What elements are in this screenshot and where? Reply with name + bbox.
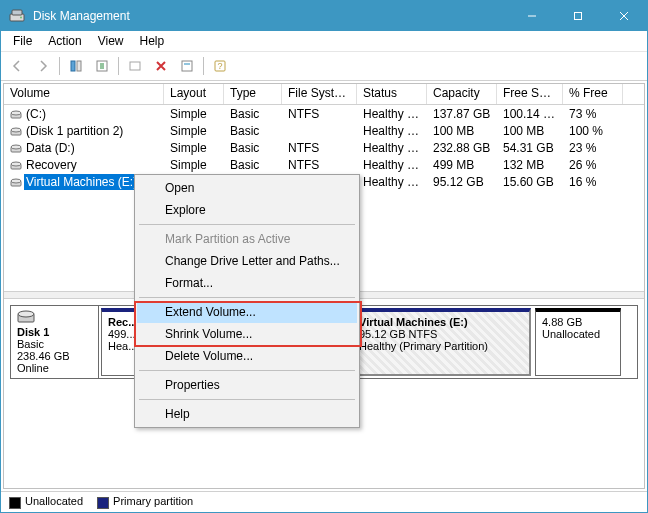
properties-button[interactable] [175,54,199,78]
svg-rect-8 [182,61,192,71]
disk-management-icon [9,8,25,24]
minimize-button[interactable] [509,1,555,31]
disk-name: Disk 1 [17,326,92,338]
close-button[interactable] [601,1,647,31]
svg-rect-4 [71,61,75,71]
disk-icon [17,310,35,324]
help-button[interactable]: ? [208,54,232,78]
svg-point-15 [11,128,21,132]
show-hide-button [123,54,147,78]
disk-capacity: 238.46 GB [17,350,92,362]
toolbar: ? [1,52,647,81]
partition-primary[interactable]: Virtual Machines (E:)95.12 GB NTFSHealth… [351,308,531,376]
col-capacity[interactable]: Capacity [427,84,497,104]
svg-rect-9 [184,63,190,65]
svg-point-23 [18,311,34,317]
col-filesystem[interactable]: File System [282,84,357,104]
svg-point-13 [11,111,21,115]
menu-format[interactable]: Format... [137,272,357,294]
menu-help[interactable]: Help [132,32,173,50]
svg-rect-5 [77,61,81,71]
legend-primary: Primary partition [97,495,193,508]
volume-row[interactable]: Data (D:)SimpleBasicNTFSHealthy (P...232… [4,139,644,156]
col-status[interactable]: Status [357,84,427,104]
client-area: Volume Layout Type File System Status Ca… [1,81,647,512]
delete-button[interactable] [149,54,173,78]
disk-management-window: Disk Management File Action View Help ? … [0,0,648,513]
menu-file[interactable]: File [5,32,40,50]
maximize-button[interactable] [555,1,601,31]
col-type[interactable]: Type [224,84,282,104]
column-headers[interactable]: Volume Layout Type File System Status Ca… [4,84,644,105]
menubar: File Action View Help [1,31,647,52]
disk-info[interactable]: Disk 1 Basic 238.46 GB Online [11,306,99,378]
svg-rect-3 [575,13,582,20]
menu-change-drive-letter-and-paths[interactable]: Change Drive Letter and Paths... [137,250,357,272]
svg-point-2 [20,17,22,19]
col-layout[interactable]: Layout [164,84,224,104]
menu-properties[interactable]: Properties [137,374,357,396]
svg-point-21 [11,179,21,183]
menu-view[interactable]: View [90,32,132,50]
window-title: Disk Management [33,9,509,23]
svg-point-17 [11,145,21,149]
settings-button[interactable] [90,54,114,78]
partition-unallocated[interactable]: 4.88 GBUnallocated [535,308,621,376]
volume-context-menu[interactable]: OpenExploreMark Partition as ActiveChang… [134,174,360,428]
volume-row[interactable]: RecoverySimpleBasicNTFSHealthy (...499 M… [4,156,644,173]
disk-type: Basic [17,338,92,350]
menu-shrink-volume[interactable]: Shrink Volume... [137,323,357,345]
titlebar: Disk Management [1,1,647,31]
menu-delete-volume[interactable]: Delete Volume... [137,345,357,367]
forward-button [31,54,55,78]
svg-rect-7 [130,62,140,70]
svg-text:?: ? [217,61,222,71]
col-freespace[interactable]: Free Spa... [497,84,563,104]
svg-point-19 [11,162,21,166]
col-volume[interactable]: Volume [4,84,164,104]
back-button [5,54,29,78]
volume-row[interactable]: (Disk 1 partition 2)SimpleBasicHealthy (… [4,122,644,139]
legend: Unallocated Primary partition [1,491,647,512]
svg-rect-1 [12,10,22,15]
disk-status: Online [17,362,92,374]
refresh-button[interactable] [64,54,88,78]
menu-explore[interactable]: Explore [137,199,357,221]
menu-mark-partition-as-active: Mark Partition as Active [137,228,357,250]
col-pctfree[interactable]: % Free [563,84,623,104]
menu-open[interactable]: Open [137,177,357,199]
menu-action[interactable]: Action [40,32,89,50]
menu-extend-volume[interactable]: Extend Volume... [137,301,357,323]
menu-help[interactable]: Help [137,403,357,425]
volume-row[interactable]: (C:)SimpleBasicNTFSHealthy (B...137.87 G… [4,105,644,122]
legend-unallocated: Unallocated [9,495,83,508]
